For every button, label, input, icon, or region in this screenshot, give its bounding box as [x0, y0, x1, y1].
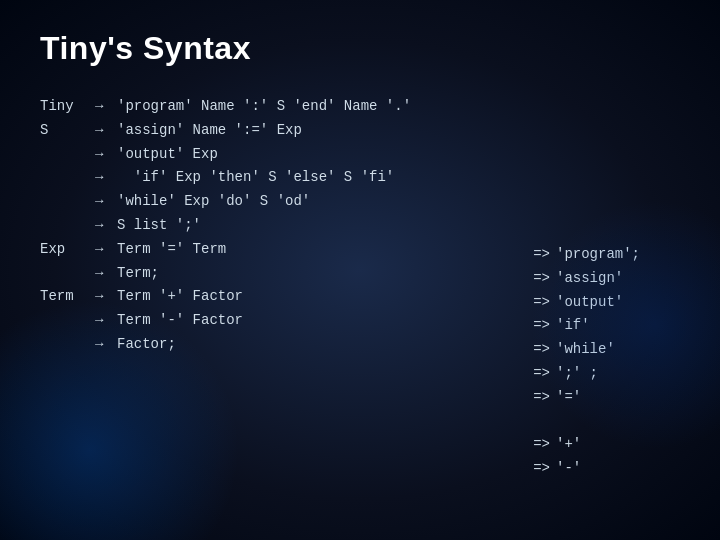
right-label-0: 'program';	[556, 243, 640, 267]
grammar-row-2: → 'output' Exp	[40, 143, 680, 167]
right-label-4: 'while'	[556, 338, 615, 362]
grammar-row-1: S → 'assign' Name ':=' Exp	[40, 119, 680, 143]
lhs-exp: Exp	[40, 238, 95, 262]
right-arrow-9: =>	[533, 457, 550, 481]
right-label-6: '='	[556, 386, 581, 410]
right-arrow-7-blank	[533, 410, 567, 434]
rhs-1: 'assign' Name ':=' Exp	[117, 119, 680, 143]
arrow-0: →	[95, 95, 117, 119]
lhs-term: Term	[40, 285, 95, 309]
right-label-8: '+'	[556, 433, 581, 457]
rhs-4: 'while' Exp 'do' S 'od'	[117, 190, 680, 214]
right-arrow-1: =>	[533, 267, 550, 291]
right-arrow-8: =>	[533, 433, 550, 457]
grammar-row-4: → 'while' Exp 'do' S 'od'	[40, 190, 680, 214]
right-label-5: ';' ;	[556, 362, 598, 386]
arrow-3: →	[95, 166, 117, 190]
right-row-4: => 'while'	[533, 338, 615, 362]
right-row-7-blank	[533, 410, 573, 434]
arrow-6: →	[95, 238, 117, 262]
right-arrow-6: =>	[533, 386, 550, 410]
right-arrow-0: =>	[533, 243, 550, 267]
rhs-3: 'if' Exp 'then' S 'else' S 'fi'	[117, 166, 680, 190]
right-label-3: 'if'	[556, 314, 590, 338]
content-area: Tiny → 'program' Name ':' S 'end' Name '…	[40, 95, 680, 357]
rhs-0: 'program' Name ':' S 'end' Name '.'	[117, 95, 680, 119]
arrow-2: →	[95, 143, 117, 167]
right-row-9: => '-'	[533, 457, 581, 481]
right-row-2: => 'output'	[533, 291, 623, 315]
right-arrow-3: =>	[533, 314, 550, 338]
right-label-9: '-'	[556, 457, 581, 481]
right-arrow-2: =>	[533, 291, 550, 315]
right-label-1: 'assign'	[556, 267, 623, 291]
lhs-s: S	[40, 119, 95, 143]
arrow-1: →	[95, 119, 117, 143]
grammar-row-5: → S list ';'	[40, 214, 680, 238]
grammar-row-3: → 'if' Exp 'then' S 'else' S 'fi'	[40, 166, 680, 190]
right-row-6: => '='	[533, 386, 581, 410]
arrow-4: →	[95, 190, 117, 214]
slide-title: Tiny's Syntax	[40, 30, 680, 67]
arrow-10: →	[95, 333, 117, 357]
right-label-2: 'output'	[556, 291, 623, 315]
slide: Tiny's Syntax Tiny → 'program' Name ':' …	[0, 0, 720, 540]
rhs-5: S list ';'	[117, 214, 680, 238]
right-row-5: => ';' ;	[533, 362, 598, 386]
arrow-5: →	[95, 214, 117, 238]
arrow-9: →	[95, 309, 117, 333]
right-arrow-5: =>	[533, 362, 550, 386]
right-row-8: => '+'	[533, 433, 581, 457]
lhs-tiny: Tiny	[40, 95, 95, 119]
rhs-2: 'output' Exp	[117, 143, 680, 167]
arrow-8: →	[95, 285, 117, 309]
right-row-1: => 'assign'	[533, 267, 623, 291]
grammar-row-0: Tiny → 'program' Name ':' S 'end' Name '…	[40, 95, 680, 119]
right-annotations: => 'program'; => 'assign' => 'output' =>…	[533, 243, 640, 481]
right-row-0: => 'program';	[533, 243, 640, 267]
right-arrow-4: =>	[533, 338, 550, 362]
right-row-3: => 'if'	[533, 314, 589, 338]
arrow-7: →	[95, 262, 117, 286]
